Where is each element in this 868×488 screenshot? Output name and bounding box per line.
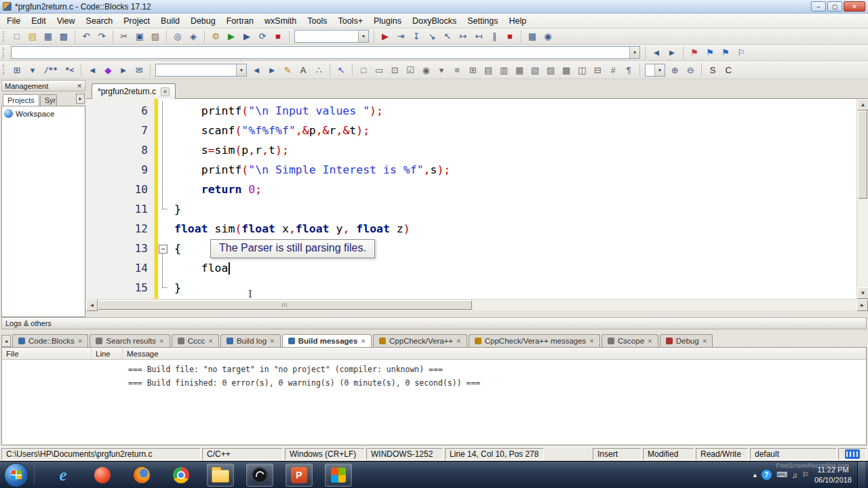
widget-spacer-icon[interactable]: ¶ [621, 63, 636, 77]
clear-bookmarks-icon[interactable]: ⚐ [734, 45, 749, 60]
logs-tab-cscope[interactable]: Cscope✕ [601, 334, 658, 347]
maximize-button[interactable]: ▢ [827, 1, 842, 12]
fold-margin[interactable] [155, 180, 174, 199]
taskbar-red-circle-app[interactable] [89, 464, 116, 487]
tab-scroll-right-icon[interactable]: ▸ [76, 94, 85, 104]
vertical-scrollbar[interactable]: ▲ ▼ [856, 99, 868, 299]
widget-splitter-icon[interactable]: ⊟ [590, 63, 605, 77]
log-tab-close-icon[interactable]: ✕ [703, 338, 707, 344]
step-out-icon[interactable]: ↖ [440, 29, 455, 43]
widget-slider-icon[interactable]: ▧ [528, 63, 542, 77]
show-desktop-button[interactable] [857, 462, 865, 488]
compile-icon[interactable]: ⚙ [208, 29, 223, 43]
code-text[interactable]: } [174, 278, 181, 298]
fold-margin[interactable] [155, 219, 174, 239]
log-tab-close-icon[interactable]: ✕ [78, 338, 83, 344]
code-text[interactable]: float sim(float x,float y, float z) [174, 219, 410, 239]
abort-build-icon[interactable]: ■ [271, 29, 285, 43]
widget-frame-icon[interactable]: □ [356, 63, 371, 77]
code-text[interactable]: floa [174, 258, 230, 278]
menu-item-doxyblocks[interactable]: DoxyBlocks [407, 14, 462, 28]
stop-debugger-icon[interactable]: ■ [502, 29, 517, 43]
widget-static-icon[interactable]: ▥ [496, 63, 511, 77]
logs-tab-scroll-left-icon[interactable]: ◂ [1, 335, 11, 347]
debugging-windows-icon[interactable]: ▦ [525, 29, 540, 43]
various-info-icon[interactable]: ◉ [540, 29, 555, 43]
rebuild-icon[interactable]: ⟳ [255, 29, 270, 43]
tab-projects[interactable]: Projects [3, 94, 39, 106]
minimize-button[interactable]: – [811, 1, 826, 12]
log-message-row[interactable]: === Build finished: 0 error(s), 0 warnin… [2, 376, 866, 390]
new-file-icon[interactable]: □ [9, 29, 24, 43]
tray-keyboard-layout-icon[interactable]: ⌨ [776, 470, 787, 479]
taskbar-file-explorer[interactable] [207, 464, 234, 487]
scroll-right-icon[interactable]: ► [856, 300, 868, 311]
debug-continue-icon[interactable]: ▶ [378, 29, 393, 43]
menu-item-search[interactable]: Search [81, 14, 119, 28]
build-target-combo[interactable]: ▾ [294, 30, 369, 43]
widget-checkbox-icon[interactable]: ☑ [403, 63, 418, 77]
menu-item-view[interactable]: View [52, 14, 81, 28]
scroll-down-icon[interactable]: ▼ [857, 287, 868, 299]
logs-tab-cccc[interactable]: Cccc✕ [172, 334, 219, 347]
menu-item-edit[interactable]: Edit [26, 14, 52, 28]
code-text[interactable]: s=sim(p,r,t); [174, 140, 289, 160]
keyboard-layout-indicator[interactable] [838, 448, 867, 460]
management-close-icon[interactable]: ✕ [77, 83, 82, 89]
doxy-mail-icon[interactable]: ✉ [132, 63, 146, 77]
widget-sizer-icon[interactable]: # [606, 63, 620, 77]
fold-margin[interactable] [155, 258, 174, 278]
start-button[interactable] [4, 463, 28, 487]
menu-item-file[interactable]: File [1, 14, 26, 28]
find-icon[interactable]: ◎ [170, 29, 185, 43]
widget-spin-icon[interactable]: ▨ [543, 63, 558, 77]
doxy-run-icon[interactable]: ◆ [100, 63, 115, 77]
wxsmith-quick-props-icon[interactable]: ▾ [25, 63, 40, 77]
doxy-next-icon[interactable]: ► [116, 63, 131, 77]
taskbar-internet-explorer[interactable]: e [50, 464, 77, 487]
browse-forward-icon[interactable]: ► [665, 45, 679, 60]
doxy-block-comment-icon[interactable]: /** [41, 63, 61, 77]
code-editor[interactable]: 6 printf("\n Input values ");7 scanf("%f… [86, 99, 856, 299]
redo-icon[interactable]: ↷ [94, 29, 109, 43]
widget-gauge-icon[interactable]: ▦ [512, 63, 527, 77]
widget-grid-icon[interactable]: ⊞ [465, 63, 480, 77]
run-icon[interactable]: ▶ [224, 29, 239, 43]
vertical-scroll-thumb[interactable] [858, 110, 867, 199]
previous-bookmark-icon[interactable]: ⚑ [703, 45, 717, 60]
editor-tab[interactable]: *prgfun2return.c ✕ [92, 83, 176, 99]
zoom-level-combo[interactable]: ▾ [645, 64, 665, 77]
dropdown-arrow-icon[interactable]: ▾ [358, 30, 368, 42]
next-line-icon[interactable]: ↧ [409, 29, 424, 43]
tray-volume-icon[interactable]: ♫ [792, 471, 797, 479]
menu-item-fortran[interactable]: Fortran [221, 14, 259, 28]
dropdown-arrow-icon[interactable]: ▾ [629, 47, 639, 58]
highlight-pen-icon[interactable]: ✎ [280, 63, 295, 77]
log-tab-close-icon[interactable]: ✕ [270, 338, 275, 344]
logs-tab-cppcheck-vera-messages[interactable]: CppCheck/Vera++ messages✕ [469, 334, 600, 347]
browse-back-icon[interactable]: ◄ [649, 45, 664, 60]
log-tab-close-icon[interactable]: ✕ [648, 338, 652, 344]
widget-panel-icon[interactable]: ▭ [372, 63, 387, 77]
dropdown-arrow-icon[interactable]: ▾ [654, 64, 665, 76]
break-debugger-icon[interactable]: ∥ [487, 29, 502, 43]
dropdown-arrow-icon[interactable]: ▾ [236, 64, 246, 76]
undo-icon[interactable]: ↶ [79, 29, 94, 43]
widget-combo-icon[interactable]: ▾ [434, 63, 449, 77]
log-tab-close-icon[interactable]: ✕ [208, 338, 213, 344]
logs-tab-debug[interactable]: Debug✕ [660, 334, 713, 347]
zoom-out-icon[interactable]: ⊖ [683, 63, 698, 77]
horizontal-scroll-track[interactable] [98, 300, 856, 310]
menu-item-debug[interactable]: Debug [185, 14, 221, 28]
code-text[interactable]: printf("\n Simple Interest is %f",s); [174, 160, 450, 180]
save-all-files-icon[interactable]: ▩ [56, 29, 71, 43]
code-text[interactable]: } [174, 199, 181, 219]
nav-left-icon[interactable]: ◄ [249, 63, 264, 77]
select-pointer-icon[interactable]: ↖ [334, 63, 349, 77]
widget-button-icon[interactable]: ⊡ [387, 63, 402, 77]
doxy-line-comment-icon[interactable]: *< [62, 63, 77, 77]
menu-item-plugins[interactable]: Plugins [368, 14, 407, 28]
widget-list-icon[interactable]: ≡ [450, 63, 465, 77]
log-tab-close-icon[interactable]: ✕ [589, 338, 594, 344]
taskbar-media-app[interactable] [325, 464, 352, 487]
